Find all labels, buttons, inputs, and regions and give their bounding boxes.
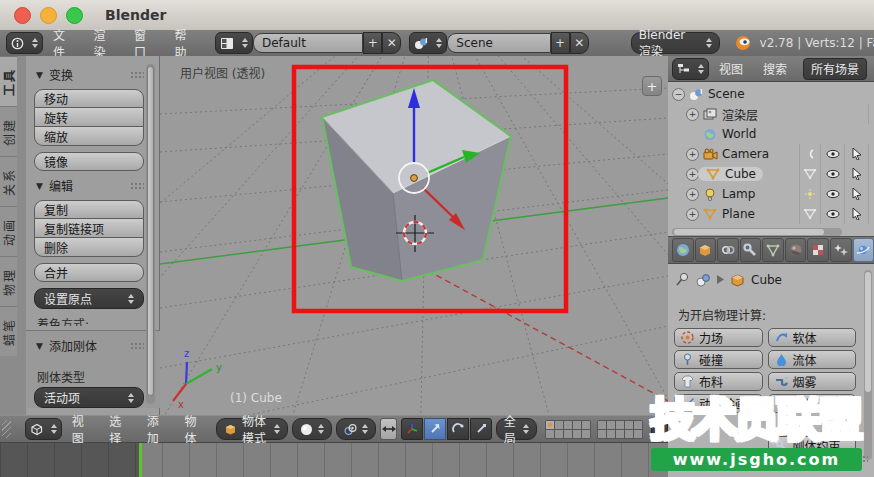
duplicate-button[interactable]: 复制 <box>34 200 144 219</box>
3d-viewport-canvas[interactable]: z y x (1) Cube <box>160 56 668 415</box>
breadcrumb-object-name[interactable]: Cube <box>751 273 782 287</box>
visibility-eye-icon[interactable] <box>820 164 844 184</box>
close-window-button[interactable] <box>14 7 31 24</box>
region-resize-grip[interactable] <box>2 420 11 438</box>
rigid-body-type-dropdown[interactable]: 活动项 <box>34 387 144 408</box>
screen-layout-name-field[interactable]: Default <box>253 33 363 53</box>
add-scene-button[interactable]: + <box>551 32 570 54</box>
collision-button[interactable]: 碰撞 <box>674 350 763 369</box>
tab-texture[interactable] <box>807 238 829 262</box>
renderability-camera-icon[interactable] <box>868 164 874 184</box>
outliner-row-scene[interactable]: − Scene <box>668 84 874 104</box>
visibility-eye-icon[interactable] <box>820 144 844 164</box>
transform-orientation-dropdown[interactable]: 全局 <box>496 418 538 440</box>
rotate-manipulator-button[interactable] <box>447 418 469 440</box>
tab-constraints[interactable] <box>717 238 739 262</box>
camera-data-icon[interactable] <box>799 144 820 164</box>
mesh-data-icon[interactable] <box>799 204 820 224</box>
tab-relations[interactable]: 关系 <box>0 156 17 206</box>
panel-drag-dots[interactable] <box>130 182 144 190</box>
tab-world[interactable] <box>672 238 694 262</box>
menu-render[interactable]: 渲染 <box>84 26 125 60</box>
translate-button[interactable]: 移动 <box>34 89 144 108</box>
pivot-point-dropdown[interactable] <box>336 418 376 440</box>
outliner-row-plane[interactable]: + Plane <box>668 204 874 224</box>
translate-manipulator-button[interactable] <box>424 418 446 440</box>
timeline[interactable] <box>0 443 668 477</box>
renderability-camera-icon[interactable] <box>868 144 874 164</box>
visibility-eye-icon[interactable] <box>820 184 844 204</box>
mode-dropdown[interactable]: 物体模式 <box>216 418 288 440</box>
editor-type-3dview-button[interactable] <box>25 418 62 440</box>
outliner-item-label[interactable]: Scene <box>708 87 745 101</box>
scale-manipulator-button[interactable] <box>470 418 492 440</box>
outliner-display-filter-dropdown[interactable]: 所有场景 <box>803 58 867 80</box>
soft-body-button[interactable]: 软体 <box>768 328 857 347</box>
selectability-cursor-icon[interactable] <box>844 204 868 224</box>
tab-physics[interactable]: 物理 <box>0 256 17 306</box>
set-origin-dropdown[interactable]: 设置原点 <box>34 288 144 309</box>
outliner-menu-view[interactable]: 视图 <box>709 60 753 77</box>
layers-block-1[interactable] <box>545 420 591 439</box>
cloth-button[interactable]: 布料 <box>674 372 763 391</box>
add-layout-button[interactable]: + <box>363 32 382 54</box>
menu-add[interactable]: 添加 <box>137 412 175 446</box>
panel-header-edit[interactable]: ▼ 编辑 <box>36 177 144 194</box>
manipulator-axes-button[interactable] <box>401 418 423 440</box>
outliner-menu-search[interactable]: 搜索 <box>753 60 797 77</box>
open-properties-region-button[interactable]: + <box>642 76 662 96</box>
delete-scene-button[interactable]: ✕ <box>570 32 589 54</box>
pin-icon[interactable] <box>676 272 690 287</box>
timeline-current-frame-marker[interactable] <box>139 443 142 477</box>
3d-viewport[interactable]: z y x (1) Cube 用户视图 (透视) + <box>160 56 668 415</box>
menu-object[interactable]: 物体 <box>174 412 212 446</box>
editor-type-outliner-button[interactable] <box>672 58 709 80</box>
scale-button[interactable]: 缩放 <box>34 127 144 146</box>
expand-icon[interactable]: + <box>686 208 699 221</box>
outliner-item-label[interactable]: Lamp <box>722 187 755 201</box>
collapse-icon[interactable]: − <box>672 88 685 101</box>
force-field-button[interactable]: 力场 <box>674 328 763 347</box>
tab-object[interactable] <box>695 238 717 262</box>
menu-view[interactable]: 视图 <box>62 412 100 446</box>
manipulator-toggle-button[interactable] <box>380 418 397 440</box>
outliner-item-label[interactable]: Cube <box>725 167 756 181</box>
selectability-cursor-icon[interactable] <box>844 184 868 204</box>
selectability-cursor-icon[interactable] <box>844 164 868 184</box>
render-layer-data-icon[interactable] <box>868 104 874 124</box>
selected-object-highlight[interactable]: Cube <box>698 167 763 181</box>
menu-select[interactable]: 选择 <box>99 412 137 446</box>
object-data-icon[interactable] <box>696 273 711 287</box>
outliner-item-label[interactable]: World <box>722 127 756 141</box>
panel-drag-dots[interactable] <box>130 71 144 79</box>
delete-layout-button[interactable]: ✕ <box>382 32 401 54</box>
editor-type-info-button[interactable] <box>6 32 43 54</box>
tab-particles[interactable] <box>830 238 852 262</box>
screen-layout-selector-button[interactable] <box>215 32 253 54</box>
mesh-data-icon[interactable] <box>799 164 820 184</box>
lamp-data-icon[interactable] <box>799 184 820 204</box>
outliner-row-camera[interactable]: + Camera <box>668 144 874 164</box>
selectability-cursor-icon[interactable] <box>844 144 868 164</box>
render-engine-dropdown[interactable]: Blender 渲染 <box>631 32 720 54</box>
tab-material[interactable] <box>785 238 807 262</box>
panel-header-transform[interactable]: ▼ 变换 <box>36 66 144 83</box>
viewport-shading-dropdown[interactable] <box>292 418 332 440</box>
scene-selector-button[interactable] <box>409 32 447 54</box>
outliner-item-label[interactable]: Plane <box>722 207 755 221</box>
outliner-item-label[interactable]: Camera <box>722 147 769 161</box>
tab-animation[interactable]: 动画 <box>0 206 17 256</box>
outliner-row-cube[interactable]: + Cube <box>668 164 874 184</box>
visibility-eye-icon[interactable] <box>820 204 844 224</box>
duplicate-linked-button[interactable]: 复制链接项 <box>34 219 144 238</box>
menu-window[interactable]: 窗口 <box>124 26 165 60</box>
fluid-button[interactable]: 流体 <box>768 350 857 369</box>
renderability-camera-icon[interactable] <box>868 204 874 224</box>
outliner-item-label[interactable]: 渲染层 <box>722 106 758 123</box>
join-button[interactable]: 合并 <box>34 263 144 282</box>
renderability-camera-icon[interactable] <box>868 184 874 204</box>
expand-icon[interactable]: + <box>686 148 699 161</box>
tab-modifiers[interactable] <box>740 238 762 262</box>
panel-header-add-rigid-body[interactable]: ▼ 添加刚体 <box>36 337 144 354</box>
tab-tools[interactable]: 工具 <box>0 56 17 106</box>
